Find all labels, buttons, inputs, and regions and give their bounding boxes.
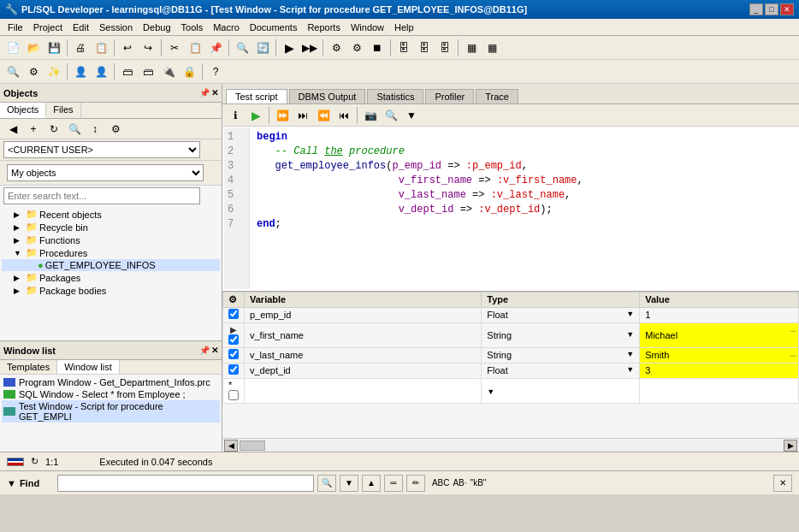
script-info-btn[interactable]: ℹ (226, 106, 245, 125)
wl-pin-icon[interactable]: 📌 (199, 346, 210, 355)
find-option1-btn[interactable]: ═ (384, 475, 403, 492)
help-btn[interactable]: ? (206, 62, 225, 81)
find-close-btn[interactable]: ✕ (773, 475, 792, 492)
wl-item-sql[interactable]: SQL Window - Select * from Employee ; (2, 388, 220, 400)
type-arrow[interactable]: ▼ (626, 310, 634, 318)
redo-btn[interactable]: ↪ (139, 38, 157, 57)
print2-btn[interactable]: 📋 (92, 38, 110, 57)
compile-btn[interactable]: ⚙ (327, 38, 346, 57)
replace-btn[interactable]: 🔄 (253, 38, 272, 57)
script-back-btn[interactable]: ⏪ (314, 106, 333, 125)
tab-files[interactable]: Files (46, 103, 80, 118)
menu-documents[interactable]: Documents (246, 21, 302, 33)
find-search-btn[interactable]: 🔍 (317, 475, 336, 492)
db4-btn[interactable]: 🗃 (118, 62, 137, 81)
new-row-value[interactable] (640, 378, 799, 403)
save-btn[interactable]: 💾 (44, 38, 63, 57)
plug-btn[interactable]: 🔌 (159, 62, 178, 81)
code-content[interactable]: begin -- Call the procedure get_employee… (250, 128, 797, 289)
run2-btn[interactable]: ▶▶ (300, 38, 319, 57)
ellipsis-btn[interactable]: ... (790, 324, 796, 334)
wl-item-program[interactable]: Program Window - Get_Department_Infos.pr… (2, 376, 220, 388)
obj-filter-btn[interactable]: 🔍 (65, 120, 84, 139)
obj-config-btn[interactable]: ⚙ (106, 120, 125, 139)
obj-sort-btn[interactable]: ↕ (86, 120, 104, 139)
tab-statistics[interactable]: Statistics (367, 89, 423, 103)
tree-item-package-bodies[interactable]: ▶ 📁 Package bodies (2, 284, 220, 297)
title-controls[interactable]: _ □ ✕ (749, 3, 794, 15)
obj-back-btn[interactable]: ◀ (3, 120, 22, 139)
cut-btn[interactable]: ✂ (165, 38, 184, 57)
print-btn[interactable]: 🖨 (71, 38, 90, 57)
hscroll-left-btn[interactable]: ◀ (224, 440, 238, 452)
person2-btn[interactable]: 👤 (92, 62, 110, 81)
search2-btn[interactable]: 🔍 (3, 62, 22, 81)
maximize-button[interactable]: □ (765, 3, 778, 15)
row-check[interactable] (223, 363, 245, 378)
tree-item-procedures[interactable]: ▼ 📁 Procedures (2, 246, 220, 259)
find-opt-quotes[interactable]: "kB" (471, 478, 487, 488)
tree-item-recent[interactable]: ▶ 📁 Recent objects (2, 208, 220, 221)
wl-close-icon[interactable]: ✕ (211, 346, 218, 355)
row-value[interactable]: 1 (640, 307, 799, 322)
tab-test-script[interactable]: Test script (226, 89, 287, 103)
close-button[interactable]: ✕ (780, 3, 794, 15)
tree-item-recycle[interactable]: ▶ 📁 Recycle bin (2, 221, 220, 233)
find-opt-abc[interactable]: ABC (432, 478, 450, 488)
minimize-button[interactable]: _ (749, 3, 763, 15)
menu-reports[interactable]: Reports (303, 21, 345, 33)
paste-btn[interactable]: 📌 (206, 38, 225, 57)
search-input[interactable] (3, 187, 200, 204)
lock-btn[interactable]: 🔒 (180, 62, 198, 81)
menu-help[interactable]: Help (390, 21, 418, 33)
tab-objects[interactable]: Objects (0, 103, 46, 118)
person-btn[interactable]: 👤 (71, 62, 90, 81)
obj-refresh-btn[interactable]: ↻ (44, 120, 63, 139)
menu-session[interactable]: Session (95, 21, 137, 33)
hscroll-right-btn[interactable]: ▶ (784, 440, 797, 452)
obj-add-btn[interactable]: + (24, 120, 43, 139)
db3-btn[interactable]: 🗄 (435, 38, 454, 57)
menu-window[interactable]: Window (346, 21, 388, 33)
schema-select[interactable]: <CURRENT USER> (3, 141, 200, 158)
script-dropdown-btn[interactable]: ▼ (402, 106, 421, 125)
stop-btn[interactable]: ⏹ (368, 38, 387, 57)
script-run-btn[interactable]: ▶ (246, 106, 265, 125)
tab-trace[interactable]: Trace (476, 89, 518, 103)
menu-tools[interactable]: Tools (177, 21, 208, 33)
row-value[interactable]: Michael... (640, 322, 799, 347)
find-edit-btn[interactable]: ✏ (406, 475, 425, 492)
row-check[interactable] (223, 347, 245, 363)
copy-btn[interactable]: 📋 (186, 38, 204, 57)
gear-btn[interactable]: ⚙ (24, 62, 43, 81)
tree-item-packages[interactable]: ▶ 📁 Packages (2, 271, 220, 284)
run-btn[interactable]: ▶ (280, 38, 299, 57)
ellipsis-btn[interactable]: ... (790, 349, 796, 358)
menu-file[interactable]: File (3, 21, 27, 33)
type-arrow[interactable]: ▼ (626, 350, 634, 358)
hscroll-thumb[interactable] (240, 440, 265, 451)
script-cam-btn[interactable]: 📷 (361, 106, 380, 125)
objects-pin-icon[interactable]: 📌 (199, 88, 210, 98)
new-row-variable[interactable] (245, 378, 482, 403)
compile2-btn[interactable]: ⚙ (347, 38, 366, 57)
script-step2-btn[interactable]: ⏭ (293, 106, 312, 125)
find-up-btn[interactable]: ▲ (362, 475, 381, 492)
my-objects-select[interactable]: My objects (7, 164, 204, 181)
open-btn[interactable]: 📂 (24, 38, 43, 57)
undo-btn[interactable]: ↩ (118, 38, 137, 57)
script-step-btn[interactable]: ⏩ (273, 106, 292, 125)
row-check[interactable] (223, 307, 245, 322)
wl-tab-windowlist[interactable]: Window list (57, 360, 120, 374)
type-arrow[interactable]: ▼ (626, 330, 634, 339)
hscroll[interactable]: ◀ ▶ (222, 438, 799, 452)
menu-project[interactable]: Project (29, 21, 67, 33)
tree-item-functions[interactable]: ▶ 📁 Functions (2, 233, 220, 246)
new-btn[interactable]: 📄 (3, 38, 22, 57)
wl-item-test[interactable]: Test Window - Script for procedure GET_E… (2, 400, 220, 423)
tab-profiler[interactable]: Profiler (425, 89, 474, 103)
grid2-btn[interactable]: ▦ (482, 38, 501, 57)
db5-btn[interactable]: 🗃 (139, 62, 157, 81)
menu-macro[interactable]: Macro (209, 21, 244, 33)
db2-btn[interactable]: 🗄 (415, 38, 434, 57)
